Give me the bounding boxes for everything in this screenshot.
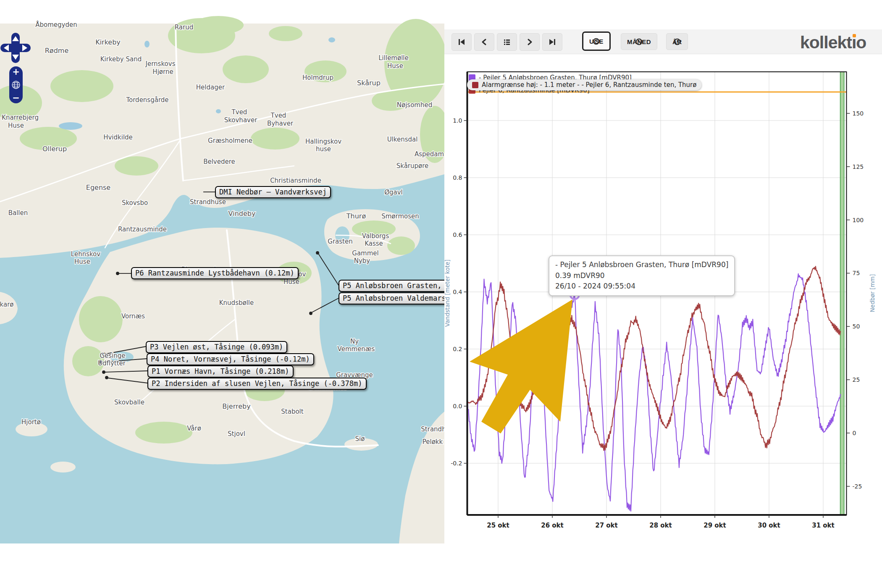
tooltip-series-name: - Pejler 5 Anløbsbroen Grasten, Thurø [m… <box>555 260 728 270</box>
svg-text:27 okt: 27 okt <box>595 522 618 529</box>
station-label[interactable]: P6 Rantzausminde Lystbådehavn (0.12m) <box>131 267 299 279</box>
view-button-uge[interactable]: UGE <box>582 32 611 51</box>
svg-text:150: 150 <box>852 110 864 117</box>
zoom-out-button[interactable]: − <box>12 94 20 102</box>
svg-text:75: 75 <box>852 270 860 276</box>
app-window: ÅbomegydenRarudKirkebyRødmeKirkeby SandJ… <box>0 0 882 588</box>
svg-text:26 okt: 26 okt <box>541 522 564 529</box>
now-band <box>840 72 844 515</box>
svg-text:28 okt: 28 okt <box>649 522 672 529</box>
svg-text:0.8: 0.8 <box>453 174 462 181</box>
list-icon <box>503 38 511 46</box>
svg-text:0: 0 <box>852 430 856 436</box>
station-label[interactable]: P5 Anløbsbroen Grasten, T <box>339 280 444 292</box>
svg-text:30 okt: 30 okt <box>758 522 780 529</box>
nav-last-button[interactable] <box>542 33 562 51</box>
svg-text:29 okt: 29 okt <box>704 522 726 529</box>
cursor-arrow <box>470 299 572 433</box>
nav-list-button[interactable] <box>497 33 517 51</box>
station-label[interactable]: P5 Anløbsbroen Valdemarsl <box>339 292 444 304</box>
clock-icon <box>593 38 600 45</box>
map-controls: + − <box>0 0 34 109</box>
svg-text:-25: -25 <box>852 483 862 490</box>
nav-prev-button[interactable] <box>474 33 494 51</box>
view-button-måned[interactable]: MÅNED <box>621 33 657 50</box>
view-button-år[interactable]: ÅR <box>666 33 688 50</box>
svg-text:125: 125 <box>852 163 864 170</box>
chart-tooltip: - Pejler 5 Anløbsbroen Grasten, Thurø [m… <box>549 255 735 296</box>
svg-text:0.4: 0.4 <box>453 289 462 295</box>
zoom-control: + − <box>9 66 23 103</box>
svg-text:50: 50 <box>852 323 860 330</box>
legend-label: Alarmgrænse høj: - 1.1 meter - - Pejler … <box>482 81 696 89</box>
zoom-in-button[interactable]: + <box>12 68 20 76</box>
logo-dot <box>853 34 856 37</box>
legend-swatch <box>472 82 478 88</box>
clock-icon <box>674 38 681 45</box>
station-label[interactable]: P3 Vejlen øst, Tåsinge (0.093m) <box>146 341 287 353</box>
svg-text:100: 100 <box>852 217 864 223</box>
station-label[interactable]: P2 Indersiden af slusen Vejlen, Tåsinge … <box>147 378 367 390</box>
globe-icon[interactable] <box>11 80 21 89</box>
skip-start-icon <box>458 38 465 46</box>
svg-text:0.2: 0.2 <box>453 346 462 352</box>
station-labels: DMI Nedbør – VandværksvejP6 Rantzausmind… <box>0 0 444 543</box>
nav-first-button[interactable] <box>452 33 472 51</box>
y-axis-label-left: Vandstand [meter kote] <box>444 260 451 327</box>
tooltip-value: 0.39 mDVR90 <box>555 270 728 281</box>
clock-icon <box>635 38 643 45</box>
legend-hover-alarm[interactable]: Alarmgrænse høj: - 1.1 meter - - Pejler … <box>467 79 701 90</box>
pan-control[interactable] <box>0 33 31 63</box>
nav-next-button[interactable] <box>520 33 540 51</box>
y-axis-label-right: Nedbør [mm] <box>869 274 876 312</box>
station-label[interactable]: P1 Vornæs Havn, Tåsinge (0.218m) <box>147 365 294 378</box>
station-label[interactable]: DMI Nedbør – Vandværksvej <box>215 186 331 198</box>
kollektio-logo: kollektıo <box>800 33 866 52</box>
svg-text:0.6: 0.6 <box>453 231 462 238</box>
svg-text:-0.2: -0.2 <box>451 460 462 467</box>
svg-text:25 okt: 25 okt <box>487 522 509 529</box>
svg-text:25: 25 <box>852 376 860 383</box>
chart-tick-labels: 1.00.80.60.40.20.0-0.21501251007550250-2… <box>451 110 864 529</box>
svg-text:0.0: 0.0 <box>453 403 462 410</box>
chevron-left-icon <box>480 38 488 46</box>
chevron-right-icon <box>526 38 533 46</box>
station-label[interactable]: P4 Noret, Vornæsvej, Tåsinge (-0.12m) <box>147 353 314 365</box>
tooltip-timestamp: 26/10 - 2024 09:55:04 <box>555 281 728 292</box>
svg-text:1.0: 1.0 <box>453 117 462 124</box>
svg-text:31 okt: 31 okt <box>812 522 835 529</box>
skip-end-icon <box>549 38 556 46</box>
